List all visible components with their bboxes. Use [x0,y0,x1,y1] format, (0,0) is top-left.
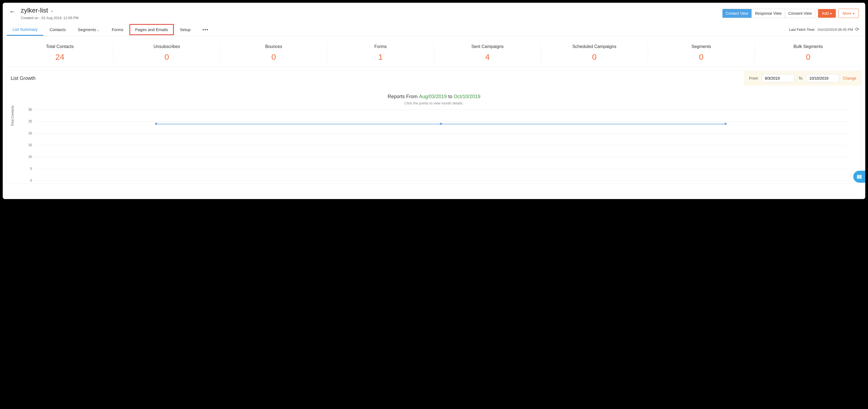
chart-y-axis-label: Total Contacts [11,105,14,126]
list-growth-panel: List Growth From To Change Reports From … [6,71,862,183]
chart-title-prefix: Reports From [388,94,419,99]
title-chevron-icon[interactable]: ⌄ [50,8,54,12]
stat-label: Bounces [220,44,327,49]
tab-pages-and-emails[interactable]: Pages and Emails [129,24,174,35]
stat-value: 1 [327,53,434,62]
help-fab-icon[interactable] [853,171,865,183]
from-date-input[interactable] [762,74,795,82]
tab-list-summary[interactable]: List Summary [6,23,44,36]
stat-total-contacts[interactable]: Total Contacts 24 [6,43,114,63]
chart-gridline [34,121,847,122]
chart-subtitle: Click the points to view month details. [9,101,859,105]
chart-ytick: 25 [28,120,32,123]
line-chart[interactable]: 051015202530 [34,110,847,180]
chart-area: Reports From Aug/03/2019 to Oct/10/2019 … [7,86,861,183]
stat-label: Unsubscribes [114,44,220,49]
tab-segments-label: Segments [78,27,96,32]
chart-ytick: 30 [28,108,32,111]
list-growth-title: List Growth [7,71,744,86]
svg-rect-1 [857,176,862,177]
stat-label: Total Contacts [6,44,113,49]
svg-rect-0 [857,175,862,176]
svg-rect-2 [857,178,862,179]
stat-label: Bulk Segments [755,44,862,49]
more-button-label: More [843,11,851,15]
stat-value: 0 [220,53,327,62]
last-fetch-label: Last Fetch Time: [789,28,815,32]
from-label: From [749,76,758,80]
add-button-label: Add [822,11,829,15]
chart-ytick: 15 [28,143,32,147]
stats-row: Total Contacts 24 Unsubscribes 0 Bounces… [6,39,862,67]
chart-title-mid: to [447,94,454,99]
tab-contacts[interactable]: Contacts [44,24,72,36]
stat-segments[interactable]: Segments 0 [648,43,755,63]
chart-ytick: 0 [30,179,32,182]
caret-down-icon [852,13,855,14]
chart-gridline [34,169,847,169]
stat-sent-campaigns[interactable]: Sent Campaigns 4 [434,43,541,63]
tab-bar: List Summary Contacts Segments⌄ Forms Pa… [3,23,865,36]
stat-label: Segments [648,44,755,49]
created-on-text: Created on - 02 Aug 2019, 12:05 PM [21,16,79,20]
back-arrow-icon[interactable]: ← [9,8,15,15]
stat-value: 0 [648,53,755,62]
chart-gridline [34,157,847,157]
date-range-controls: From To Change [744,71,861,86]
chart-data-point[interactable] [155,123,157,125]
change-link[interactable]: Change [843,76,856,80]
chart-ytick: 5 [30,167,32,171]
tab-segments[interactable]: Segments⌄ [72,24,106,36]
stat-forms[interactable]: Forms 1 [327,43,434,63]
stat-bulk-segments[interactable]: Bulk Segments 0 [755,43,862,63]
contact-view-button[interactable]: Contact View [722,9,751,18]
stat-value: 0 [755,53,862,62]
stat-value: 0 [114,53,220,62]
tab-more-menu[interactable]: ••• [196,24,215,36]
stat-label: Sent Campaigns [434,44,541,49]
consent-view-button[interactable]: Consent View [785,9,815,18]
chart-title-to: Oct/10/2019 [454,94,480,99]
chart-ytick: 10 [28,155,32,159]
add-button[interactable]: Add [818,9,836,18]
chart-data-point[interactable] [440,123,442,125]
chart-title-from: Aug/03/2019 [419,94,447,99]
caret-down-icon [830,13,832,14]
chart-gridline [34,133,847,134]
chart-title: Reports From Aug/03/2019 to Oct/10/2019 [9,94,859,100]
chart-gridline [34,145,847,145]
stat-bounces[interactable]: Bounces 0 [220,43,327,63]
stat-unsubscribes[interactable]: Unsubscribes 0 [114,43,221,63]
response-view-button[interactable]: Response View [751,9,785,18]
tab-forms[interactable]: Forms [105,24,129,36]
stat-value: 0 [541,53,648,62]
view-toggle-group: Contact View Response View Consent View [722,9,815,18]
stat-label: Forms [327,44,434,49]
refresh-icon[interactable]: ⟳ [855,27,859,32]
chart-gridline [34,180,847,181]
chevron-down-icon: ⌄ [97,28,100,32]
stat-label: Scheduled Campaigns [541,44,648,49]
more-button[interactable]: More [839,9,859,18]
stat-value: 24 [6,53,113,62]
chart-ytick: 20 [28,131,32,135]
chart-data-point[interactable] [724,123,726,125]
tab-setup[interactable]: Setup [174,24,196,36]
last-fetch-value: Oct/10/2019 06:45 PM [817,28,853,32]
page-title: zylker-list [21,6,48,14]
stat-scheduled-campaigns[interactable]: Scheduled Campaigns 0 [541,43,648,63]
to-date-input[interactable] [806,74,839,82]
stat-value: 4 [434,53,541,62]
to-label: To [798,76,803,80]
